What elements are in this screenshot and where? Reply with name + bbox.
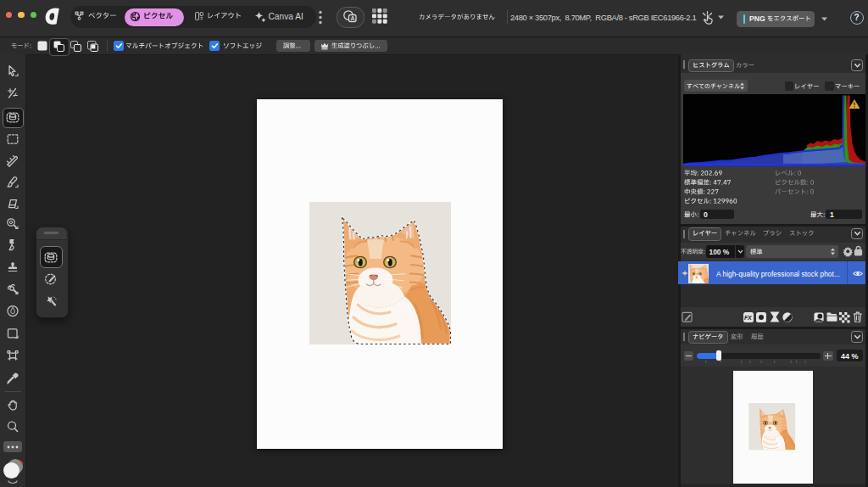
svg-text:A: A: [350, 15, 354, 21]
